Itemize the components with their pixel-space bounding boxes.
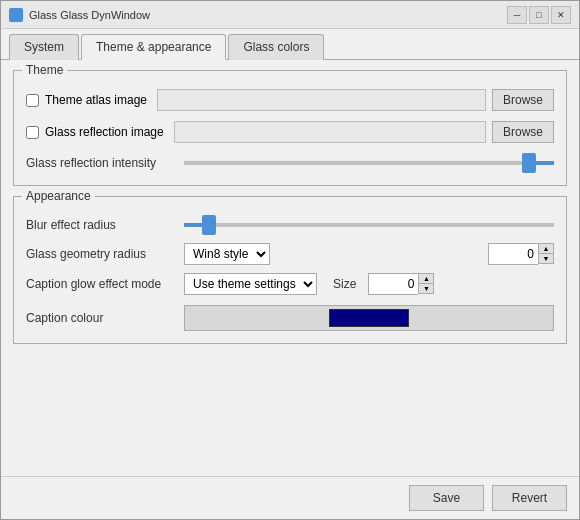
reflection-intensity-slider[interactable] [184, 161, 554, 165]
caption-glow-spin-down[interactable]: ▼ [418, 283, 434, 294]
geometry-radius-spin-btns: ▲ ▼ [538, 243, 554, 265]
blur-radius-slider-container [184, 215, 554, 235]
reflection-intensity-row: Glass reflection intensity [26, 153, 554, 173]
geometry-radius-select[interactable]: Win8 style Round Square [184, 243, 270, 265]
glass-reflection-label: Glass reflection image [45, 125, 164, 139]
caption-glow-spin-btns: ▲ ▼ [418, 273, 434, 295]
caption-colour-swatch[interactable] [329, 309, 409, 327]
title-bar: Glass Glass DynWindow ─ □ ✕ [1, 1, 579, 29]
main-window: Glass Glass DynWindow ─ □ ✕ System Theme… [0, 0, 580, 520]
geometry-radius-spinbox: ▲ ▼ [488, 243, 554, 265]
theme-atlas-checkbox[interactable] [26, 94, 39, 107]
glass-reflection-input[interactable] [174, 121, 486, 143]
tab-system[interactable]: System [9, 34, 79, 60]
reflection-intensity-slider-container [184, 153, 554, 173]
blur-radius-row: Blur effect radius [26, 215, 554, 235]
appearance-group-label: Appearance [22, 189, 95, 203]
glass-reflection-row: Glass reflection image Browse [26, 121, 554, 143]
geometry-radius-label: Glass geometry radius [26, 247, 176, 261]
title-bar-left: Glass Glass DynWindow [9, 8, 150, 22]
save-button[interactable]: Save [409, 485, 484, 511]
theme-atlas-label: Theme atlas image [45, 93, 147, 107]
minimize-button[interactable]: ─ [507, 6, 527, 24]
reflection-intensity-label: Glass reflection intensity [26, 156, 176, 170]
glass-reflection-browse[interactable]: Browse [492, 121, 554, 143]
revert-button[interactable]: Revert [492, 485, 567, 511]
theme-atlas-row: Theme atlas image Browse [26, 89, 554, 111]
tabs-bar: System Theme & appearance Glass colors [1, 29, 579, 60]
theme-atlas-browse[interactable]: Browse [492, 89, 554, 111]
caption-glow-spinbox: ▲ ▼ [368, 273, 434, 295]
blur-radius-slider[interactable] [184, 223, 554, 227]
app-icon [9, 8, 23, 22]
caption-glow-label: Caption glow effect mode [26, 277, 176, 291]
theme-atlas-input[interactable] [157, 89, 486, 111]
glass-reflection-checkbox[interactable] [26, 126, 39, 139]
theme-group-label: Theme [22, 63, 67, 77]
maximize-button[interactable]: □ [529, 6, 549, 24]
caption-colour-row: Caption colour [26, 305, 554, 331]
caption-glow-select[interactable]: Use theme settings None Glow Shadow [184, 273, 317, 295]
caption-glow-row: Caption glow effect mode Use theme setti… [26, 273, 554, 295]
footer: Save Revert [1, 476, 579, 519]
caption-glow-spin-input[interactable] [368, 273, 418, 295]
caption-glow-size-label: Size [333, 277, 356, 291]
geometry-radius-row: Glass geometry radius Win8 style Round S… [26, 243, 554, 265]
main-content: Theme Theme atlas image Browse Glass ref… [1, 60, 579, 476]
tab-glass-colors[interactable]: Glass colors [228, 34, 324, 60]
close-button[interactable]: ✕ [551, 6, 571, 24]
appearance-group: Appearance Blur effect radius Glass geom… [13, 196, 567, 344]
window-title: Glass Glass DynWindow [29, 9, 150, 21]
theme-group: Theme Theme atlas image Browse Glass ref… [13, 70, 567, 186]
caption-colour-label: Caption colour [26, 311, 176, 325]
geometry-radius-spin-down[interactable]: ▼ [538, 253, 554, 264]
tab-theme-appearance[interactable]: Theme & appearance [81, 34, 226, 60]
title-controls: ─ □ ✕ [507, 6, 571, 24]
caption-colour-display[interactable] [184, 305, 554, 331]
geometry-radius-spin-input[interactable] [488, 243, 538, 265]
blur-radius-label: Blur effect radius [26, 218, 176, 232]
